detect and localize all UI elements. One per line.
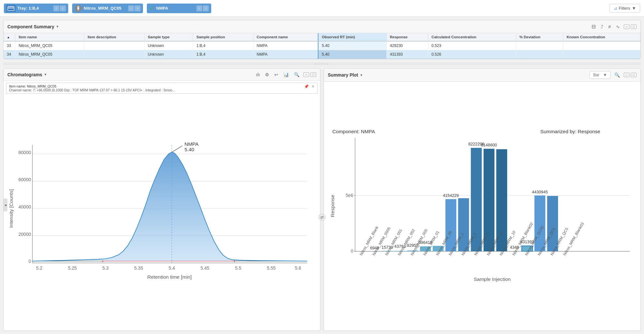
item-desc [84, 41, 144, 50]
summary-plot-header: Summary Plot ▼ Bar ▼ 🔍 ─ □ [324, 69, 640, 82]
left-collapse[interactable]: ◀ [4, 199, 7, 211]
minimize-icon[interactable]: ─ [624, 24, 630, 29]
close-icon[interactable]: ✕ [311, 84, 315, 89]
tray-nav[interactable]: ‹ › [53, 5, 66, 11]
col-item-desc-header[interactable]: Item description [84, 33, 144, 41]
component-summary-dropdown[interactable]: ▼ [56, 25, 59, 28]
table-row[interactable]: 33 Nitros_MRM_QC05 Unknown 1:B,4 NMPA 5.… [4, 41, 640, 50]
resize-handle[interactable]: • • • • • [3, 62, 641, 65]
sample-nav[interactable]: ‹ › [128, 5, 140, 11]
col-sample-type-header[interactable]: Sample type [144, 33, 193, 41]
summary-plot-tools: Bar ▼ 🔍 ─ □ [590, 71, 637, 79]
table-row[interactable]: 34 Nitros_MRM_QC05 Unknown 1:B,4 NMPA 5.… [4, 50, 640, 59]
bar-dropdown-arrow: ▼ [602, 72, 608, 78]
tray-next[interactable]: › [60, 5, 66, 11]
chrom-info-text: Item name: Nitros_MRM_QC05 Channel name:… [9, 84, 175, 92]
sample-selector[interactable]: Nitros_MRM_QC05 ‹ › [72, 4, 143, 13]
svg-rect-4 [8, 6, 14, 7]
filter-icon: ⊿ [614, 6, 617, 11]
compound-next[interactable]: › [203, 5, 209, 11]
item-name: Nitros_MRM_QC05 [15, 50, 84, 59]
svg-text:60000: 60000 [18, 177, 31, 182]
swap-panels-button[interactable]: ⇄ [318, 214, 326, 221]
pct-dev [516, 41, 564, 50]
tray-label: Tray: 1:B,4 [17, 6, 52, 11]
table-body: 33 Nitros_MRM_QC05 Unknown 1:B,4 NMPA 5.… [4, 41, 640, 59]
summary-minimize-icon[interactable]: ─ [624, 73, 630, 77]
chrom-info-line2: Channel name: 7: +66.0500 (0.1000 Da) : … [9, 88, 175, 92]
chrom-tools: ılı ⚙ ↩ 📊 🔍 ─ □ [255, 71, 316, 78]
summary-plot-dropdown[interactable]: ▼ [360, 73, 363, 77]
compound-nav[interactable]: ‹ › [196, 5, 209, 11]
svg-text:0: 0 [351, 248, 353, 254]
svg-text:Intensity [Counts]: Intensity [Counts] [8, 189, 14, 228]
chromatogram-header: Chromatograms ▼ ılı ⚙ ↩ 📊 🔍 ─ □ [4, 69, 320, 81]
svg-text:5e6: 5e6 [346, 193, 353, 198]
chrom-minimize-icon[interactable]: ─ [303, 72, 309, 77]
col-sort-header[interactable]: ▲ [4, 33, 15, 41]
signal-icon[interactable]: ılı [255, 71, 261, 78]
hash-icon[interactable]: # [607, 23, 612, 30]
sample-next[interactable]: › [135, 5, 140, 11]
filters-label: Filters [619, 6, 630, 11]
resize-dots: • • • • • [316, 62, 329, 65]
svg-rect-5 [77, 6, 79, 9]
summary-maximize-icon[interactable]: □ [631, 73, 637, 77]
undo-icon[interactable]: ↩ [273, 71, 279, 78]
settings-icon[interactable]: ⚙ [264, 71, 270, 78]
col-sample-pos-header[interactable]: Sample position [193, 33, 253, 41]
component-name: NMPA [253, 50, 318, 59]
component-summary-panel: Component Summary ▼ ⊟ ⤴ # ∿ ─ □ ▲ Item [3, 20, 641, 59]
col-item-name-header[interactable]: Item name [15, 33, 84, 41]
svg-text:5.35: 5.35 [134, 265, 143, 271]
svg-text:Sample Injection: Sample Injection [474, 276, 511, 282]
compound-selector[interactable]: ✓ NMPA ‹ › [147, 4, 211, 13]
svg-text:4430945: 4430945 [532, 190, 548, 194]
pct-dev [516, 50, 564, 59]
filters-dropdown-icon: ▼ [632, 6, 636, 11]
tray-prev[interactable]: ‹ [53, 5, 59, 11]
summary-plot-label: Summary Plot [328, 72, 358, 78]
curve-icon[interactable]: ∿ [615, 23, 621, 30]
chart-type-icon[interactable]: 📊 [282, 71, 290, 78]
col-component-name-header[interactable]: Component name [253, 33, 318, 41]
panel-tools: ⊟ ⤴ # ∿ ─ □ [590, 23, 637, 30]
svg-text:0: 0 [28, 259, 31, 264]
calc-conc: 0.526 [428, 50, 516, 59]
pin-icon[interactable]: 📌 [304, 84, 309, 89]
sample-type: Unknown [144, 41, 193, 50]
svg-text:5.45: 5.45 [201, 265, 210, 271]
svg-text:80000: 80000 [18, 150, 31, 155]
compound-prev[interactable]: ‹ [196, 5, 202, 11]
sample-label: Nitros_MRM_QC05 [84, 6, 126, 11]
summary-zoom-icon[interactable]: 🔍 [613, 72, 621, 78]
chrom-maximize-icon[interactable]: □ [310, 72, 316, 77]
svg-text:5.5: 5.5 [235, 265, 242, 271]
zoom-icon[interactable]: 🔍 [293, 71, 301, 78]
compound-label: NMPA [156, 6, 194, 11]
chromatogram-dropdown[interactable]: ▼ [44, 73, 47, 76]
svg-text:5.4: 5.4 [169, 265, 175, 271]
bar-type-dropdown[interactable]: Bar ▼ [590, 71, 611, 79]
svg-text:5.3: 5.3 [102, 265, 109, 271]
share-icon[interactable]: ⤴ [600, 23, 604, 30]
sample-prev[interactable]: ‹ [128, 5, 134, 11]
col-calc-conc-header[interactable]: Calculated Concentration [428, 33, 516, 41]
maximize-icon[interactable]: □ [631, 24, 637, 29]
calc-conc: 0.523 [428, 41, 516, 50]
filters-button[interactable]: ⊿ Filters ▼ [610, 4, 640, 13]
col-response-header[interactable]: Response [386, 33, 428, 41]
svg-text:20000: 20000 [18, 232, 31, 237]
column-filter-icon[interactable]: ⊟ [590, 23, 597, 30]
tray-selector[interactable]: Tray: 1:B,4 ‹ › [4, 4, 68, 13]
col-pct-dev-header[interactable]: % Deviation [516, 33, 564, 41]
col-observed-rt-header[interactable]: Observed RT (min) [318, 33, 386, 41]
chromatogram-label: Chromatograms [7, 72, 42, 77]
svg-text:40000: 40000 [18, 204, 31, 209]
svg-rect-3 [12, 7, 14, 9]
svg-rect-6 [78, 9, 79, 11]
check-icon: ✓ [149, 5, 154, 12]
col-known-conc-header[interactable]: Known Concentration [563, 33, 640, 41]
chromatogram-panel: Chromatograms ▼ ılı ⚙ ↩ 📊 🔍 ─ □ [3, 68, 320, 331]
known-conc [563, 50, 640, 59]
